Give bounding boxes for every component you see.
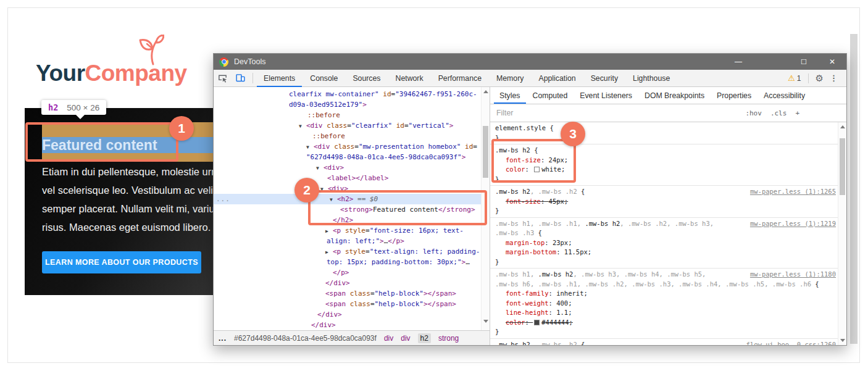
sidebar-tab-accessibility[interactable]: Accessibility: [757, 87, 811, 104]
breadcrumb-item-div[interactable]: div: [401, 334, 410, 343]
tree-line[interactable]: <span class="help-block"></span>: [214, 288, 482, 299]
code-token: </div>: [325, 279, 350, 287]
tab-console[interactable]: Console: [303, 70, 345, 86]
sidebar-tab-event-listeners[interactable]: Event Listeners: [574, 87, 638, 104]
scrollbar-thumb[interactable]: [840, 138, 845, 195]
tree-line[interactable]: d09a-03ed9512e179">: [214, 99, 482, 110]
callout-rect-style-rule: [491, 139, 576, 183]
learn-more-button[interactable]: LEARN MORE ABOUT OUR PRODUCTS: [42, 251, 201, 273]
scroll-up-icon[interactable]: [483, 90, 488, 93]
tree-line[interactable]: </p>: [214, 267, 482, 278]
code-token: <p: [333, 248, 345, 256]
style-rule[interactable]: flow-ui-boo….0.css:1260.mw-bs h2, .mw-bs…: [490, 339, 838, 346]
tree-line[interactable]: <label></label>: [214, 173, 482, 183]
tree-line[interactable]: </div>: [214, 309, 482, 320]
sidebar-tab-computed[interactable]: Computed: [527, 87, 574, 104]
breadcrumb-item--627d4498-048a-01ca-4ee5[interactable]: #627d4498-048a-01ca-4ee5-98dca0ca093f: [234, 334, 377, 343]
breadcrumb-item-h2[interactable]: h2: [418, 333, 431, 343]
tree-line[interactable]: ▼<div>: [214, 162, 482, 173]
tree-line[interactable]: <span class="help-block"></span>: [214, 299, 482, 309]
tree-line[interactable]: ▶<p style="font-size: 16px; text-: [214, 225, 482, 236]
scrollbar-thumb[interactable]: [483, 126, 488, 178]
tree-line[interactable]: ▼<div class="clearfix" id="vertical">: [214, 120, 482, 131]
tree-line[interactable]: "627d4498-048a-01ca-4ee5-98dca0ca093f">: [214, 152, 482, 162]
kebab-menu-icon[interactable]: ⋮: [827, 73, 840, 83]
stylesheet-link[interactable]: flow-ui-boo….0.css:1260: [746, 340, 836, 346]
toggle-hover-state-button[interactable]: :hov: [745, 109, 762, 117]
css-property-value: 11.5px: [564, 248, 588, 256]
tab-network[interactable]: Network: [388, 70, 431, 86]
maximize-button[interactable]: ☐: [794, 54, 814, 70]
scroll-down-icon[interactable]: [483, 320, 488, 323]
styles-filter-input[interactable]: Filter: [496, 109, 745, 117]
stylesheet-link[interactable]: mw-paper.less (1):1219: [750, 219, 836, 229]
style-rule[interactable]: mw-paper.less (1):1180.mw-bs h1, .mw-bs …: [490, 269, 838, 339]
breadcrumb-item--[interactable]: ...: [219, 334, 227, 343]
tree-line[interactable]: ▼<div class="mw-presentation homebox" id…: [214, 141, 482, 152]
css-declaration[interactable]: margin-bottom: 11.5px;: [495, 248, 836, 257]
breadcrumb-item-div[interactable]: div: [384, 334, 393, 343]
toolbar-divider: [252, 73, 253, 83]
tree-line[interactable]: ::before: [214, 131, 482, 141]
tree-line[interactable]: </div>: [214, 278, 482, 288]
css-declaration[interactable]: font-weight: 400;: [495, 299, 836, 309]
page-scrollbar[interactable]: [850, 34, 858, 344]
tab-sources[interactable]: Sources: [345, 70, 388, 86]
tree-line[interactable]: ▶<p style="text-align: left; padding-: [214, 246, 482, 257]
device-toolbar-icon[interactable]: [232, 70, 249, 86]
inspect-element-icon[interactable]: [214, 70, 232, 86]
row-more-icon[interactable]: ...: [216, 194, 230, 204]
tab-elements[interactable]: Elements: [256, 70, 303, 86]
css-declaration[interactable]: font-size: 45px;: [495, 197, 836, 207]
warnings-badge[interactable]: ⚠1: [788, 73, 801, 83]
scroll-up-icon[interactable]: [840, 125, 845, 128]
sidebar-tab-styles[interactable]: Styles: [493, 87, 527, 104]
tree-line[interactable]: align: left;">…</p>: [214, 236, 482, 246]
scroll-down-icon[interactable]: [840, 339, 845, 342]
css-declaration[interactable]: color: #444444;: [495, 318, 836, 328]
css-declaration[interactable]: line-height: 1.1;: [495, 308, 836, 318]
tree-line[interactable]: </div>: [214, 320, 482, 330]
code-token: "627d4498-048a-01ca-4ee5-98dca0ca093f": [306, 153, 462, 161]
css-property-value: inherit: [556, 290, 583, 297]
style-rule[interactable]: mw-paper.less (1):1265.mw-bs h2, .mw-bs …: [490, 186, 838, 218]
code-token: id: [396, 122, 404, 130]
breadcrumb-item-strong[interactable]: strong: [438, 334, 459, 343]
code-token: style: [345, 248, 365, 256]
styles-sidebar: StylesComputedEvent ListenersDOM Breakpo…: [490, 87, 846, 345]
toggle-classes-button[interactable]: .cls: [770, 109, 787, 117]
code-token: "39462467-f951-260c-: [395, 90, 477, 98]
tooltip-tag-name: h2: [48, 102, 58, 112]
code-token: =: [354, 143, 359, 151]
code-token: top: 15px; padding-bottom: 30px;": [327, 258, 462, 266]
styles-scrollbar[interactable]: [838, 122, 846, 345]
sidebar-tab-properties[interactable]: Properties: [711, 87, 757, 104]
tab-memory[interactable]: Memory: [489, 70, 531, 86]
tab-performance[interactable]: Performance: [431, 70, 489, 86]
close-button[interactable]: ✕: [822, 54, 842, 70]
color-swatch-icon[interactable]: [534, 320, 540, 325]
tree-line[interactable]: top: 15px; padding-bottom: 30px;">…: [214, 257, 482, 267]
stylesheet-link[interactable]: mw-paper.less (1):1180: [750, 270, 836, 280]
tab-application[interactable]: Application: [531, 70, 583, 86]
tooltip-dimensions: 500 × 26: [67, 103, 99, 112]
tree-line[interactable]: clearfix mw-container" id="39462467-f951…: [214, 89, 482, 99]
new-style-rule-button[interactable]: +: [795, 109, 799, 117]
sidebar-tab-dom-breakpoints[interactable]: DOM Breakpoints: [638, 87, 711, 104]
css-declaration[interactable]: font-family: inherit;: [495, 289, 836, 299]
css-declaration[interactable]: margin-top: 23px;: [495, 238, 836, 248]
tree-line[interactable]: ::before: [214, 110, 482, 120]
devtools-window-title: DevTools: [234, 57, 265, 66]
hero-paragraph: Etiam in dui pellentesque, molestie urna…: [42, 162, 217, 236]
tab-lighthouse[interactable]: Lighthouse: [625, 70, 677, 86]
selector-token: , .mw-bs .h2: [530, 341, 577, 346]
code-token: ></span>: [424, 290, 456, 298]
settings-gear-icon[interactable]: ⚙: [816, 73, 824, 84]
tab-security[interactable]: Security: [583, 70, 625, 86]
hero-text-line: vel scelerisque leo. Vestibulum ac velit: [42, 181, 217, 199]
style-rule[interactable]: mw-paper.less (1):1219.mw-bs h1, .mw-bs …: [490, 218, 838, 269]
code-token: ▶: [325, 226, 333, 236]
stylesheet-link[interactable]: mw-paper.less (1):1265: [750, 187, 836, 197]
callout-badge-2: 2: [294, 178, 319, 202]
minimize-button[interactable]: —: [728, 54, 748, 70]
